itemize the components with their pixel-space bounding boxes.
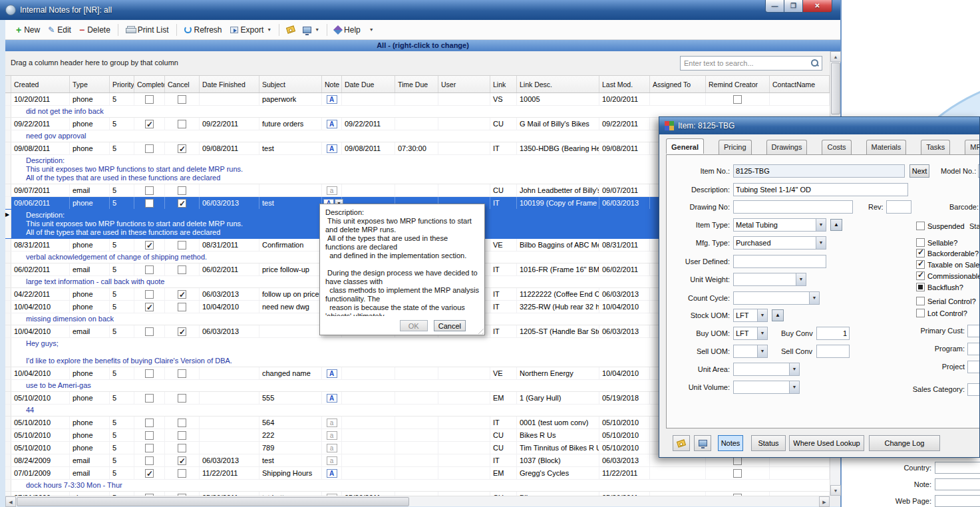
checkbox[interactable]	[733, 95, 742, 104]
toolbar-options-button[interactable]: ▼	[365, 25, 378, 34]
checkbox[interactable]	[178, 419, 186, 427]
checkbox[interactable]	[145, 241, 154, 250]
minimize-button[interactable]: —	[765, 0, 784, 13]
checkbox[interactable]	[145, 199, 154, 208]
new-button[interactable]: +New	[12, 23, 44, 37]
checkbox[interactable]	[916, 260, 925, 269]
checkbox[interactable]	[178, 456, 186, 465]
tab-costs[interactable]: Costs	[822, 140, 851, 155]
table-row[interactable]: 07/01/2009email511/22/2011Shipping Hours…	[5, 467, 830, 480]
field-project[interactable]	[967, 361, 980, 373]
note-icon[interactable]: A	[327, 120, 337, 128]
checkbox[interactable]	[178, 394, 186, 403]
checkbox[interactable]	[145, 95, 154, 104]
column-header-link[interactable]: Link	[490, 76, 517, 92]
checkbox-sellable[interactable]: Sellable?	[916, 238, 957, 247]
scroll-down-arrow[interactable]: ▼	[830, 485, 841, 496]
note-icon[interactable]: a	[327, 444, 337, 452]
column-header-assigned-to[interactable]: Assigned To	[650, 76, 706, 92]
column-header-last-mod[interactable]: Last Mod.	[599, 76, 650, 92]
checkbox[interactable]	[145, 265, 154, 274]
unit-weight-select[interactable]: ▼	[733, 273, 806, 286]
checkbox[interactable]	[178, 469, 186, 478]
column-header-time-due[interactable]: Time Due	[395, 76, 438, 92]
checkbox[interactable]	[145, 144, 154, 153]
note-icon[interactable]: A	[327, 394, 337, 403]
rev-field[interactable]	[886, 200, 911, 214]
column-header-remind-creator[interactable]: Remind Creator	[706, 76, 770, 92]
checkbox[interactable]	[916, 309, 925, 317]
description-field[interactable]	[733, 183, 908, 196]
maximize-button[interactable]: ❐	[784, 0, 802, 13]
note-icon[interactable]: a	[327, 186, 337, 195]
field-primary-cust[interactable]	[967, 325, 980, 337]
checkbox[interactable]	[145, 186, 154, 195]
resize-grip[interactable]	[476, 326, 484, 334]
cancel-button[interactable]: Cancel	[434, 320, 466, 331]
checkbox-serial-control[interactable]: Serial Control?	[916, 297, 976, 305]
checkbox-commissionable[interactable]: Commissionable?	[916, 271, 980, 280]
item-type-select[interactable]: Metal Tubing▼	[733, 218, 826, 232]
change-log-button[interactable]: Change Log	[869, 435, 940, 451]
column-header-date-finished[interactable]: Date Finished	[200, 76, 259, 92]
note-editor-text[interactable]: Description: This unit exposes two MRP f…	[320, 204, 484, 316]
column-header-subject[interactable]: Subject	[259, 76, 322, 92]
field-sales-category[interactable]	[967, 383, 980, 396]
checkbox[interactable]	[178, 303, 186, 311]
checkbox-taxable-on-sale[interactable]: Taxable on Sale?	[916, 260, 980, 269]
next-button[interactable]: Next	[909, 164, 929, 178]
checkbox[interactable]	[145, 456, 154, 465]
search-input[interactable]	[681, 59, 808, 67]
column-header-note[interactable]: Note	[322, 76, 342, 92]
checkbox[interactable]	[916, 249, 925, 257]
note-icon[interactable]: A	[327, 95, 337, 104]
tab-materials[interactable]: Materials	[866, 140, 907, 155]
print-list-button[interactable]: Print List	[122, 23, 173, 37]
tab-mrp[interactable]: MRP	[965, 140, 980, 155]
checkbox[interactable]	[178, 431, 186, 440]
checkbox[interactable]	[178, 444, 186, 452]
help-button[interactable]: Help	[331, 23, 365, 37]
checkbox-lot-control[interactable]: Lot Control?	[916, 309, 967, 317]
note-icon[interactable]: A	[327, 369, 337, 378]
checkbox[interactable]	[145, 327, 154, 336]
notes-tag-icon-button[interactable]	[673, 435, 690, 451]
checkbox[interactable]	[145, 303, 154, 311]
item-no-field[interactable]	[733, 164, 905, 178]
tab-general[interactable]: General	[666, 138, 704, 154]
checkbox[interactable]	[178, 369, 186, 378]
checkbox[interactable]	[178, 144, 186, 153]
ok-button[interactable]: OK	[400, 320, 428, 331]
item-type-lookup-button[interactable]: ▲	[830, 219, 842, 231]
notes-button[interactable]: Notes	[718, 435, 743, 451]
checkbox[interactable]	[916, 222, 925, 230]
drawing-no-field[interactable]	[733, 200, 853, 214]
user-defined-field[interactable]	[733, 255, 826, 268]
column-header-created[interactable]: Created	[11, 76, 70, 92]
edit-button[interactable]: ✎Edit	[44, 23, 75, 37]
field-country[interactable]	[935, 462, 980, 474]
screen-icon-button[interactable]	[694, 435, 711, 451]
checkbox[interactable]	[145, 120, 154, 128]
checkbox[interactable]	[178, 265, 186, 274]
checkbox[interactable]	[178, 199, 186, 208]
field-program[interactable]	[967, 343, 980, 355]
column-header-contactname[interactable]: ContactName	[770, 76, 830, 92]
mfg-type-select[interactable]: Purchased▼	[733, 236, 826, 250]
checkbox[interactable]	[733, 469, 742, 478]
where-used-lookup-button[interactable]: Where Used Lookup	[789, 435, 864, 451]
tab-drawings[interactable]: Drawings	[766, 140, 808, 155]
table-row[interactable]: 10/20/2011phone5paperworkAVS1000510/20/2…	[5, 93, 830, 106]
scroll-right-arrow[interactable]: ▶	[819, 496, 830, 507]
checkbox[interactable]	[178, 95, 186, 104]
search-button[interactable]	[808, 57, 822, 70]
horizontal-scroll-thumb[interactable]	[17, 497, 409, 506]
stock-uom-lookup-button[interactable]: ▲	[772, 309, 784, 321]
export-button[interactable]: Export▼	[226, 23, 276, 37]
checkbox[interactable]	[145, 290, 154, 299]
column-header-complete[interactable]: Complete	[134, 76, 165, 92]
checkbox[interactable]	[178, 327, 186, 336]
note-icon[interactable]: A	[327, 144, 337, 153]
stock-uom-select[interactable]: LFT▼	[733, 309, 768, 322]
checkbox[interactable]	[916, 297, 925, 305]
